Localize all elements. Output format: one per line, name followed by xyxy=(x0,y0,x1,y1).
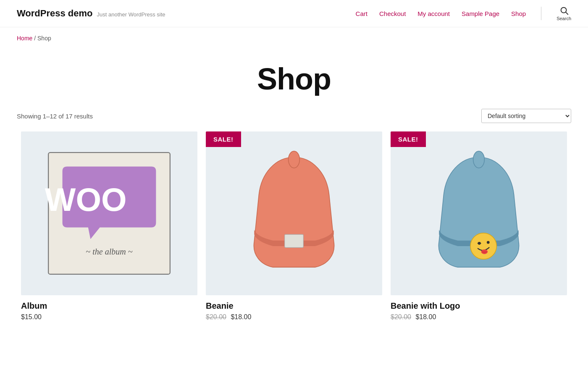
nav-divider xyxy=(541,7,541,20)
product-image-beanie[interactable]: SALE! xyxy=(206,131,382,295)
svg-text:~ the  album ~: ~ the album ~ xyxy=(86,247,132,256)
nav-sample-page[interactable]: Sample Page xyxy=(462,10,499,17)
svg-text:WOO: WOO xyxy=(45,181,127,218)
product-price-album: $15.00 xyxy=(21,313,197,321)
price-original-beanie: $20.00 xyxy=(206,313,226,320)
search-button[interactable]: Search xyxy=(556,6,571,21)
main-nav: Cart Checkout My account Sample Page Sho… xyxy=(356,6,571,21)
breadcrumb-home[interactable]: Home xyxy=(17,35,32,42)
page-title-section: Shop xyxy=(0,45,588,109)
nav-shop[interactable]: Shop xyxy=(511,10,526,17)
product-image-album[interactable]: WOO ~ the album ~ xyxy=(21,131,197,295)
svg-point-8 xyxy=(470,233,496,259)
brand: WordPress demo Just another WordPress si… xyxy=(17,8,356,19)
price-sale-beanie: $18.00 xyxy=(231,313,251,320)
site-header: WordPress demo Just another WordPress si… xyxy=(0,0,588,27)
search-label: Search xyxy=(556,16,571,21)
sort-select[interactable]: Default sorting Sort by popularity Sort … xyxy=(481,109,571,123)
product-name-beanie: Beanie xyxy=(206,301,382,311)
product-image-beanie-logo[interactable]: SALE! xyxy=(391,131,567,295)
price-display-album: $15.00 xyxy=(21,313,42,320)
product-name-beanie-logo: Beanie with Logo xyxy=(391,301,567,311)
beanie-orange-artwork xyxy=(223,148,365,279)
svg-point-10 xyxy=(487,241,490,244)
product-card-beanie[interactable]: SALE! Beanie $20.00 $18.00 xyxy=(202,131,386,329)
nav-my-account[interactable]: My account xyxy=(417,10,450,17)
product-name-album: Album xyxy=(21,301,197,311)
site-title: WordPress demo xyxy=(17,8,93,19)
results-count: Showing 1–12 of 17 results xyxy=(17,113,93,120)
product-price-beanie: $20.00 $18.00 xyxy=(206,313,382,321)
breadcrumb-separator: / Shop xyxy=(34,35,51,42)
product-card-beanie-logo[interactable]: SALE! Beanie with Logo xyxy=(386,131,571,329)
sale-badge-beanie: SALE! xyxy=(206,131,241,147)
price-sale-beanie-logo: $18.00 xyxy=(415,313,436,320)
search-icon xyxy=(559,6,569,15)
product-price-beanie-logo: $20.00 $18.00 xyxy=(391,313,567,321)
svg-point-7 xyxy=(473,151,485,168)
price-original-beanie-logo: $20.00 xyxy=(391,313,411,320)
beanie-blue-artwork xyxy=(408,148,549,279)
shop-toolbar: Showing 1–12 of 17 results Default sorti… xyxy=(0,109,588,131)
svg-rect-6 xyxy=(285,234,304,247)
nav-checkout[interactable]: Checkout xyxy=(379,10,406,17)
nav-cart[interactable]: Cart xyxy=(356,10,368,17)
sale-badge-beanie-logo: SALE! xyxy=(391,131,426,147)
product-card-album[interactable]: WOO ~ the album ~ Album $15.00 xyxy=(17,131,202,329)
product-grid: WOO ~ the album ~ Album $15.00 SALE! xyxy=(0,131,588,329)
svg-line-1 xyxy=(566,12,568,14)
page-title: Shop xyxy=(17,62,571,96)
album-artwork: WOO ~ the album ~ xyxy=(39,148,180,279)
svg-point-5 xyxy=(289,151,300,168)
site-tagline: Just another WordPress site xyxy=(97,11,165,18)
breadcrumb: Home / Shop xyxy=(0,27,588,45)
